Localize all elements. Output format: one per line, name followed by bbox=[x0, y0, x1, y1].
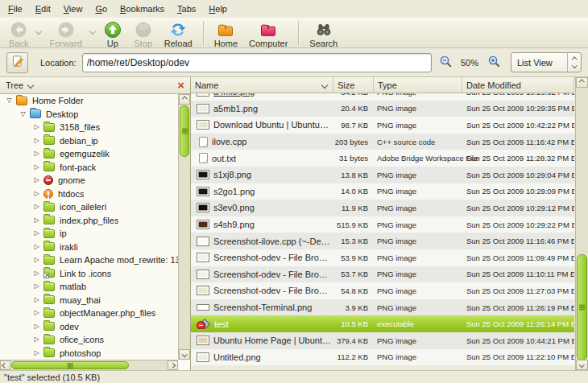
reload-button[interactable]: Reload bbox=[159, 19, 198, 49]
file-row[interactable]: Untitled.png112.2 KBPNG imageSun 25 Oct … bbox=[191, 349, 574, 366]
column-header-type[interactable]: Type bbox=[374, 77, 462, 93]
folder-icon bbox=[43, 295, 55, 304]
expand-arrow-icon[interactable]: ▷ bbox=[31, 256, 42, 264]
tree-item[interactable]: ▷↗Link to .icons bbox=[0, 267, 178, 281]
expand-arrow-icon[interactable]: ▷ bbox=[31, 336, 42, 344]
tree-item[interactable]: ▷font-pack bbox=[0, 161, 178, 175]
expand-arrow-icon[interactable]: ▷ bbox=[31, 203, 42, 211]
zoom-in-button[interactable] bbox=[486, 55, 502, 71]
tree-horizontal-scrollbar[interactable] bbox=[0, 360, 178, 370]
file-row[interactable]: s3ev0.png11.9 KBPNG imageSun 25 Oct 2009… bbox=[191, 200, 574, 216]
tree-item[interactable]: ▷Learn Apache mod_rewrite: 13 Real-world bbox=[0, 253, 178, 267]
file-row[interactable]: ilove.cpp203 bytesC++ source codeSun 25 … bbox=[191, 134, 574, 150]
expand-arrow-icon[interactable]: ▷ bbox=[31, 150, 42, 158]
tree-item[interactable]: ▽Desktop bbox=[0, 108, 178, 121]
menu-go[interactable]: Go bbox=[89, 2, 114, 16]
tree-item[interactable]: ▷photoshop bbox=[0, 347, 178, 360]
file-row[interactable]: s2go1.png14.0 KBPNG imageSun 25 Oct 2009… bbox=[191, 183, 574, 200]
tree-scroll-down-button[interactable] bbox=[179, 349, 190, 360]
file-row[interactable]: s1xj8.png13.8 KBPNG imageSun 25 Oct 2009… bbox=[191, 167, 574, 183]
collapse-arrow-icon[interactable]: ▽ bbox=[18, 110, 28, 118]
expand-arrow-icon[interactable]: ▷ bbox=[31, 137, 42, 145]
tree-scroll-up-button[interactable] bbox=[179, 94, 190, 105]
tree-item[interactable]: ▷htdocs bbox=[0, 187, 178, 201]
file-row[interactable]: a5mb1.png20.4 KBPNG imageSun 25 Oct 2009… bbox=[191, 101, 574, 117]
file-row[interactable]: Download Ubuntu | Ubuntu_1256...98.7 KBP… bbox=[191, 117, 574, 134]
expand-arrow-icon[interactable]: ▷ bbox=[31, 323, 42, 331]
menu-help[interactable]: Help bbox=[202, 2, 234, 16]
view-mode-select[interactable]: List View bbox=[511, 52, 582, 72]
file-row[interactable]: Screenshot-odev - File Browser-2...54.8 … bbox=[191, 282, 574, 299]
file-date-modified: Sun 25 Oct 2009 11:26:19 PM EET bbox=[462, 303, 574, 312]
tree-item[interactable]: ▷3158_files bbox=[0, 121, 178, 134]
file-row[interactable]: Screenshot-odev - File Browser.p...53.9 … bbox=[191, 249, 574, 266]
tree-horizontal-scroll-thumb[interactable] bbox=[11, 361, 129, 369]
file-row[interactable]: Screenshot-Terminal.png3.9 KBPNG imageSu… bbox=[191, 299, 574, 316]
column-header-date-modified[interactable]: Date Modified bbox=[462, 77, 574, 93]
expand-arrow-icon[interactable]: ▷ bbox=[31, 243, 42, 251]
up-button[interactable]: Up bbox=[97, 19, 128, 49]
tree-item[interactable]: ▷irakli bbox=[0, 241, 178, 254]
tree-item[interactable]: ▷matlab bbox=[0, 280, 178, 294]
back-history-dropdown-icon[interactable] bbox=[34, 19, 43, 34]
column-header-name[interactable]: Name bbox=[191, 77, 333, 93]
file-row[interactable]: Screenshot-ilove.cpp (~-Desktop...15.3 K… bbox=[191, 233, 574, 249]
location-input[interactable] bbox=[82, 53, 432, 72]
tree-item[interactable]: ▷debian_ip bbox=[0, 134, 178, 148]
expand-arrow-icon[interactable]: ▷ bbox=[31, 176, 42, 184]
file-date-modified: Sun 25 Oct 2009 11:16:42 PM EET bbox=[462, 138, 574, 146]
tree-item[interactable]: ▷index.php_files bbox=[0, 214, 178, 228]
column-header-size[interactable]: Size bbox=[333, 77, 374, 93]
tree-item[interactable]: ▷ofice_icons bbox=[0, 333, 178, 347]
tree-item[interactable]: ▷ip bbox=[0, 227, 178, 241]
tree-scroll-left-button[interactable] bbox=[0, 360, 10, 370]
search-button[interactable]: Search bbox=[304, 19, 343, 49]
tree-vertical-scrollbar[interactable] bbox=[178, 94, 190, 360]
file-row[interactable]: Screenshot-odev - File Browser-1...53.7 … bbox=[191, 266, 574, 283]
tree-item[interactable]: ▷icon_aileleri bbox=[0, 200, 178, 214]
expand-arrow-icon[interactable]: ▷ bbox=[31, 216, 42, 224]
menu-file[interactable]: File bbox=[2, 2, 29, 16]
edit-location-button[interactable] bbox=[6, 52, 28, 73]
tree-mode-chevron-icon[interactable] bbox=[27, 82, 34, 89]
list-vertical-scrollbar[interactable] bbox=[575, 77, 588, 370]
collapse-arrow-icon[interactable]: ▽ bbox=[4, 97, 14, 105]
tree-item[interactable]: ▷gnome bbox=[0, 174, 178, 187]
expand-arrow-icon[interactable]: ▷ bbox=[31, 190, 42, 198]
tree-vertical-scroll-thumb[interactable] bbox=[180, 105, 189, 157]
expand-arrow-icon[interactable]: ▷ bbox=[31, 163, 42, 171]
file-row-selected[interactable]: test10.5 KBexecutableSun 25 Oct 2009 11:… bbox=[191, 315, 574, 332]
resize-grip[interactable] bbox=[579, 374, 587, 382]
menu-edit[interactable]: Edit bbox=[29, 2, 57, 16]
menu-bookmarks[interactable]: Bookmarks bbox=[114, 2, 171, 16]
file-row[interactable]: Ubuntu Home Page | Ubuntu_125...379.4 KB… bbox=[191, 332, 574, 349]
close-side-pane-button[interactable]: × bbox=[177, 80, 184, 91]
list-scroll-up-button[interactable] bbox=[576, 77, 588, 88]
side-pane-mode-label[interactable]: Tree bbox=[6, 80, 23, 90]
expand-arrow-icon[interactable]: ▷ bbox=[31, 349, 42, 357]
zoom-out-button[interactable] bbox=[437, 55, 453, 71]
forward-history-dropdown-icon[interactable] bbox=[88, 19, 97, 34]
list-scroll-down-button[interactable] bbox=[576, 360, 588, 370]
expand-arrow-icon[interactable]: ▷ bbox=[31, 309, 42, 317]
list-vertical-scroll-thumb[interactable] bbox=[577, 254, 587, 360]
tree-item[interactable]: ▷odev bbox=[0, 320, 178, 334]
expand-arrow-icon[interactable]: ▷ bbox=[31, 296, 42, 304]
home-button[interactable]: Home bbox=[209, 19, 243, 49]
menu-view[interactable]: View bbox=[57, 2, 89, 16]
expand-arrow-icon[interactable]: ▷ bbox=[31, 123, 42, 131]
file-row[interactable]: a4ml9.png34.2 KBPNG imageSun 25 Oct 2009… bbox=[191, 93, 574, 101]
tree-item[interactable]: ▷muay_thai bbox=[0, 294, 178, 307]
menu-tabs[interactable]: Tabs bbox=[171, 2, 202, 16]
view-mode-spinner-icon[interactable] bbox=[567, 53, 581, 72]
file-row[interactable]: out.txt31 bytesAdobe Bridge Workspace Fi… bbox=[191, 150, 574, 167]
tree-item[interactable]: ▷objectManager.php_files bbox=[0, 307, 178, 320]
tree-item[interactable]: ▽Home Folder bbox=[0, 94, 178, 108]
file-row[interactable]: s4sh9.png515.9 KBPNG imageSun 25 Oct 200… bbox=[191, 216, 574, 233]
expand-arrow-icon[interactable]: ▷ bbox=[31, 229, 42, 237]
tree-item[interactable]: ▷egemguzelik bbox=[0, 147, 178, 161]
expand-arrow-icon[interactable]: ▷ bbox=[31, 282, 42, 290]
expand-arrow-icon[interactable]: ▷ bbox=[31, 270, 42, 278]
computer-button[interactable]: Computer bbox=[243, 19, 293, 49]
tree-scroll-right-button[interactable] bbox=[168, 360, 178, 370]
